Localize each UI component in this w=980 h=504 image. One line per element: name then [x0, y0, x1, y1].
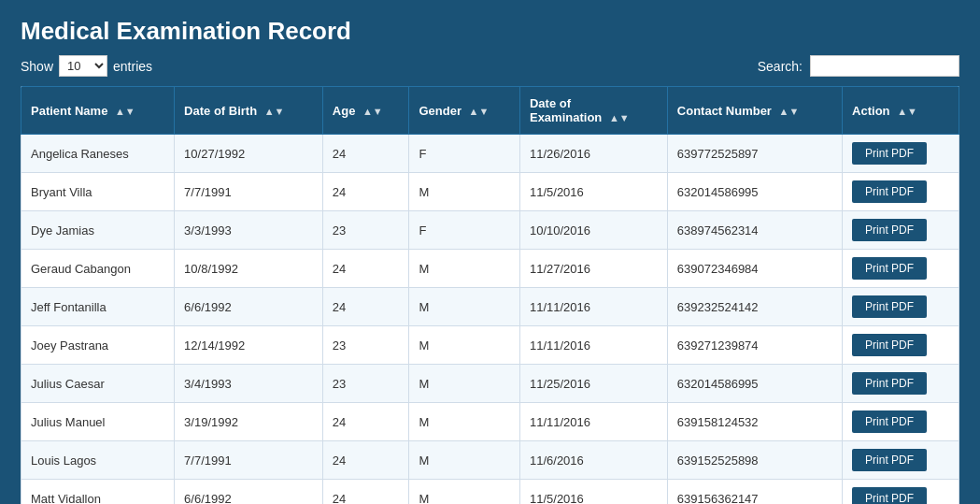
cell-age: 23: [322, 365, 409, 403]
cell-date-of-examination: 11/11/2016: [519, 403, 667, 441]
print-pdf-button[interactable]: Print PDF: [852, 410, 927, 433]
table-wrapper: Patient Name ▲▼ Date of Birth ▲▼ Age ▲▼ …: [21, 86, 959, 504]
cell-patient-name: Julius Manuel: [21, 403, 175, 441]
cell-gender: F: [409, 135, 520, 173]
table-row: Joey Pastrana12/14/199223M11/11/20166392…: [21, 326, 959, 365]
cell-patient-name: Julius Caesar: [21, 365, 175, 403]
cell-patient-name: Angelica Raneses: [21, 135, 175, 173]
col-patient-name[interactable]: Patient Name ▲▼: [21, 87, 175, 135]
table-row: Matt Vidallon6/6/199224M11/5/20166391563…: [21, 480, 959, 505]
cell-date-of-birth: 10/8/1992: [175, 250, 323, 288]
col-action[interactable]: Action ▲▼: [843, 87, 959, 135]
cell-action: Print PDF: [843, 135, 959, 173]
cell-action: Print PDF: [843, 365, 959, 403]
records-table: Patient Name ▲▼ Date of Birth ▲▼ Age ▲▼ …: [21, 86, 959, 504]
table-row: Bryant Villa7/7/199124M11/5/201663201458…: [21, 173, 959, 211]
cell-date-of-birth: 6/6/1992: [175, 480, 323, 505]
table-head: Patient Name ▲▼ Date of Birth ▲▼ Age ▲▼ …: [21, 87, 959, 135]
search-input[interactable]: [810, 55, 959, 77]
col-date-of-birth[interactable]: Date of Birth ▲▼: [175, 87, 323, 135]
cell-action: Print PDF: [843, 211, 959, 250]
cell-date-of-birth: 6/6/1992: [175, 288, 323, 326]
print-pdf-button[interactable]: Print PDF: [852, 295, 927, 318]
cell-age: 24: [322, 135, 409, 173]
cell-gender: M: [409, 173, 520, 211]
table-row: Julius Manuel3/19/199224M11/11/201663915…: [21, 403, 959, 441]
col-gender[interactable]: Gender ▲▼: [409, 87, 520, 135]
cell-date-of-examination: 11/11/2016: [519, 288, 667, 326]
table-row: Louis Lagos7/7/199124M11/6/2016639152525…: [21, 441, 959, 480]
cell-contact-number: 639232524142: [667, 288, 842, 326]
cell-gender: M: [409, 403, 520, 441]
print-pdf-button[interactable]: Print PDF: [852, 219, 927, 241]
cell-patient-name: Bryant Villa: [21, 173, 175, 211]
show-label-after: entries: [113, 59, 152, 74]
sort-icon-age: ▲▼: [362, 106, 383, 117]
print-pdf-button[interactable]: Print PDF: [852, 180, 927, 203]
cell-gender: M: [409, 480, 520, 505]
cell-gender: F: [409, 211, 520, 250]
cell-gender: M: [409, 326, 520, 365]
col-date-of-examination[interactable]: Date ofExamination ▲▼: [519, 87, 667, 135]
print-pdf-button[interactable]: Print PDF: [852, 487, 927, 504]
cell-contact-number: 639271239874: [667, 326, 842, 365]
cell-patient-name: Joey Pastrana: [21, 326, 175, 365]
cell-date-of-birth: 7/7/1991: [175, 441, 323, 480]
header-row: Patient Name ▲▼ Date of Birth ▲▼ Age ▲▼ …: [21, 87, 959, 135]
table-row: Julius Caesar3/4/199323M11/25/2016632014…: [21, 365, 959, 403]
cell-age: 24: [322, 403, 409, 441]
cell-age: 23: [322, 211, 409, 250]
cell-patient-name: Matt Vidallon: [21, 480, 175, 505]
cell-date-of-examination: 11/26/2016: [519, 135, 667, 173]
page-container: Medical Examination Record Show 10255010…: [0, 0, 980, 504]
cell-contact-number: 639152525898: [667, 441, 842, 480]
search-box: Search:: [758, 55, 959, 77]
cell-gender: M: [409, 441, 520, 480]
cell-action: Print PDF: [843, 403, 959, 441]
cell-contact-number: 632014586995: [667, 365, 842, 403]
cell-action: Print PDF: [843, 441, 959, 480]
col-age[interactable]: Age ▲▼: [322, 87, 409, 135]
col-contact-number[interactable]: Contact Number ▲▼: [667, 87, 842, 135]
cell-patient-name: Louis Lagos: [21, 441, 175, 480]
table-row: Geraud Cabangon10/8/199224M11/27/2016639…: [21, 250, 959, 288]
cell-age: 24: [322, 441, 409, 480]
cell-date-of-birth: 12/14/1992: [175, 326, 323, 365]
print-pdf-button[interactable]: Print PDF: [852, 142, 927, 165]
print-pdf-button[interactable]: Print PDF: [852, 257, 927, 280]
cell-age: 23: [322, 326, 409, 365]
sort-icon-gender: ▲▼: [469, 106, 490, 117]
cell-date-of-examination: 11/5/2016: [519, 480, 667, 505]
sort-icon-doe: ▲▼: [609, 112, 630, 123]
show-entries: Show 102550100 entries: [21, 55, 152, 77]
cell-contact-number: 632014586995: [667, 173, 842, 211]
cell-gender: M: [409, 250, 520, 288]
sort-icon-dob: ▲▼: [264, 106, 285, 117]
show-entries-select[interactable]: 102550100: [59, 55, 107, 77]
cell-date-of-examination: 11/27/2016: [519, 250, 667, 288]
controls-row: Show 102550100 entries Search:: [21, 55, 959, 77]
print-pdf-button[interactable]: Print PDF: [852, 372, 927, 395]
table-body: Angelica Raneses10/27/199224F11/26/20166…: [21, 135, 959, 505]
cell-date-of-birth: 3/4/1993: [175, 365, 323, 403]
cell-date-of-examination: 10/10/2016: [519, 211, 667, 250]
table-row: Dye Jamias3/3/199323F10/10/2016638974562…: [21, 211, 959, 250]
cell-contact-number: 639158124532: [667, 403, 842, 441]
cell-date-of-examination: 11/6/2016: [519, 441, 667, 480]
cell-action: Print PDF: [843, 288, 959, 326]
table-row: Jeff Fontanilla6/6/199224M11/11/20166392…: [21, 288, 959, 326]
cell-contact-number: 638974562314: [667, 211, 842, 250]
show-label-before: Show: [21, 59, 53, 74]
cell-action: Print PDF: [843, 326, 959, 365]
cell-age: 24: [322, 173, 409, 211]
cell-age: 24: [322, 480, 409, 505]
cell-date-of-examination: 11/11/2016: [519, 326, 667, 365]
cell-patient-name: Jeff Fontanilla: [21, 288, 175, 326]
print-pdf-button[interactable]: Print PDF: [852, 334, 927, 356]
cell-action: Print PDF: [843, 250, 959, 288]
cell-patient-name: Dye Jamias: [21, 211, 175, 250]
cell-date-of-birth: 7/7/1991: [175, 173, 323, 211]
print-pdf-button[interactable]: Print PDF: [852, 449, 927, 471]
cell-action: Print PDF: [843, 480, 959, 505]
sort-icon-action: ▲▼: [897, 106, 917, 117]
